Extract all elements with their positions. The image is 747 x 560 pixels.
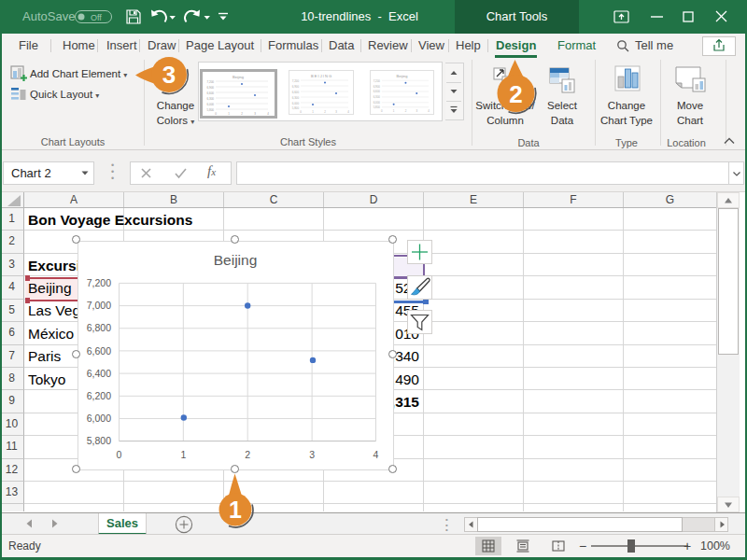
svg-text:3: 3 [162,61,176,89]
svg-text:2: 2 [509,80,522,108]
svg-text:1: 1 [229,497,242,523]
